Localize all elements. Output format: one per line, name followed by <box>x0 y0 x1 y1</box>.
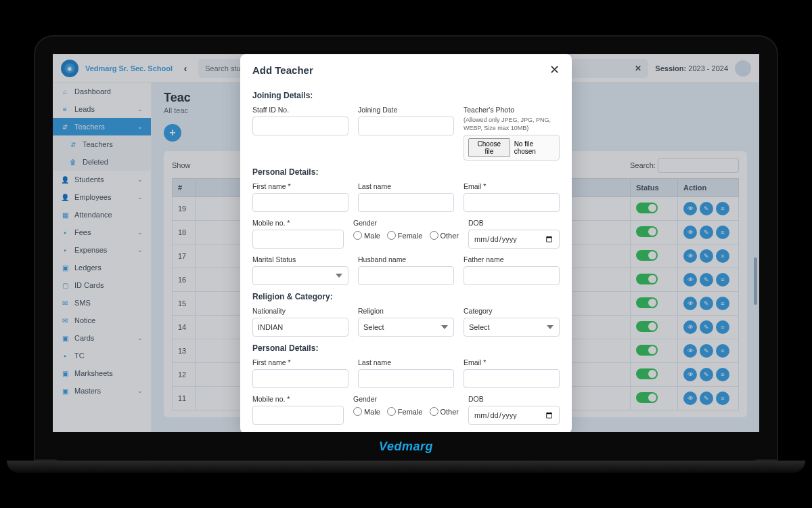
label-religion: Religion <box>358 307 454 315</box>
file-status: No file chosen <box>514 140 555 155</box>
section-personal-2: Personal Details: <box>252 343 560 353</box>
modal-body: Joining Details: Staff ID No. Joining Da… <box>240 81 572 432</box>
label-nationality: Nationality <box>252 307 348 315</box>
section-personal-1: Personal Details: <box>252 167 560 177</box>
file-picker[interactable]: Choose file No file chosen <box>464 135 560 161</box>
dob-input[interactable] <box>468 230 560 249</box>
label-husband: Husband name <box>358 255 454 263</box>
label-email: Email * <box>464 182 560 190</box>
father-input[interactable] <box>464 266 560 285</box>
last-name-input[interactable] <box>358 193 454 212</box>
gender-female-radio[interactable] <box>387 231 396 240</box>
joining-date-input[interactable] <box>358 117 454 135</box>
email-input-2[interactable] <box>464 369 560 388</box>
screen: ◉ Vedmarg Sr. Sec. School ‹ ✕ Session: 2… <box>53 54 759 432</box>
laptop-chin: Vedmarg <box>53 432 759 461</box>
mobile-input[interactable] <box>252 230 344 249</box>
laptop-base <box>7 461 805 473</box>
nationality-input[interactable] <box>252 318 348 337</box>
staff-id-input[interactable] <box>252 117 348 135</box>
laptop-frame: ◉ Vedmarg Sr. Sec. School ‹ ✕ Session: 2… <box>34 35 778 473</box>
label-last-name: Last name <box>358 182 454 190</box>
gender-other-radio[interactable] <box>430 231 438 240</box>
gender-female-radio-2[interactable] <box>387 407 396 416</box>
photo-hint: (Allowed only JPEG, JPG, PNG, WEBP, Size… <box>464 117 560 132</box>
label-marital: Marital Status <box>252 255 348 263</box>
label-photo: Teacher's Photo <box>464 106 560 114</box>
gender-male-radio[interactable] <box>353 231 362 240</box>
dob-input-2[interactable] <box>468 406 560 425</box>
label-joining-date: Joining Date <box>358 106 454 114</box>
label-category: Category <box>464 307 560 315</box>
add-teacher-modal: Add Teacher ✕ Joining Details: Staff ID … <box>240 54 572 432</box>
gender-male-radio-2[interactable] <box>353 407 362 416</box>
choose-file-button[interactable]: Choose file <box>468 138 510 157</box>
marital-select[interactable] <box>252 266 348 285</box>
category-select[interactable]: Select <box>464 318 560 337</box>
label-staff-id: Staff ID No. <box>252 106 348 114</box>
label-father: Father name <box>464 255 560 263</box>
label-first-name: First name * <box>252 182 348 190</box>
section-joining: Joining Details: <box>252 91 560 100</box>
gender-other-radio-2[interactable] <box>430 407 438 416</box>
close-modal-icon[interactable]: ✕ <box>549 62 560 77</box>
email-input[interactable] <box>464 193 560 212</box>
last-name-input-2[interactable] <box>358 369 454 388</box>
first-name-input-2[interactable] <box>252 369 348 388</box>
first-name-input[interactable] <box>252 193 348 212</box>
label-dob: DOB <box>468 219 560 227</box>
husband-input[interactable] <box>358 266 454 285</box>
modal-title: Add Teacher <box>252 64 313 76</box>
mobile-input-2[interactable] <box>252 406 344 425</box>
bezel: ◉ Vedmarg Sr. Sec. School ‹ ✕ Session: 2… <box>34 35 778 461</box>
section-religion: Religion & Category: <box>252 292 560 301</box>
brand-logo: Vedmarg <box>379 440 433 454</box>
religion-select[interactable]: Select <box>358 318 454 337</box>
label-gender: Gender <box>353 219 459 227</box>
label-mobile: Mobile no. * <box>252 219 344 227</box>
